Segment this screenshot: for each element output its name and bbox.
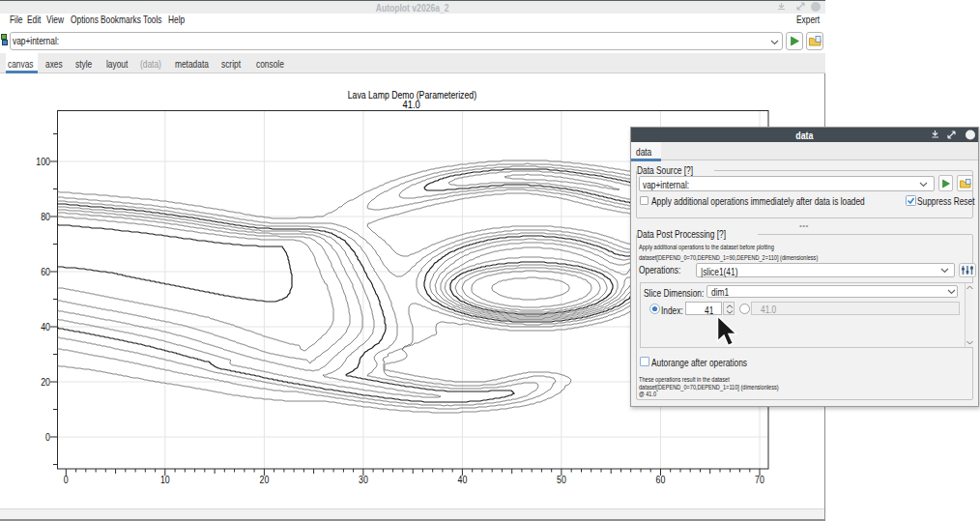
svg-text:70: 70 — [755, 475, 764, 485]
svg-text:20: 20 — [260, 475, 270, 485]
svg-text:100: 100 — [36, 157, 50, 167]
svg-text:80: 80 — [41, 212, 50, 222]
svg-text:0: 0 — [45, 432, 50, 443]
svg-text:30: 30 — [359, 475, 368, 485]
svg-text:40: 40 — [458, 475, 468, 485]
svg-text:10: 10 — [160, 475, 170, 485]
svg-text:60: 60 — [656, 475, 666, 485]
svg-text:20: 20 — [41, 377, 50, 388]
svg-text:0: 0 — [64, 475, 69, 485]
svg-text:60: 60 — [41, 267, 50, 277]
svg-text:50: 50 — [557, 475, 566, 485]
svg-text:40: 40 — [41, 322, 50, 333]
